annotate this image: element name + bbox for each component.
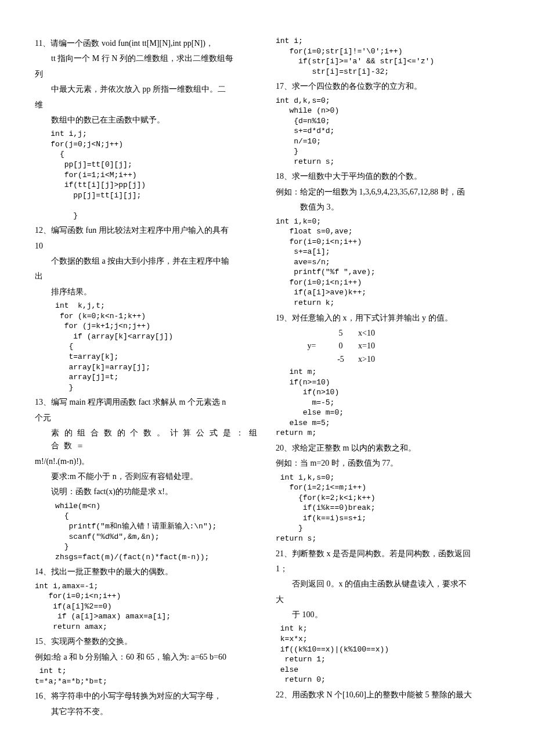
formula-cond-1: x<10 (358, 327, 405, 340)
right-column: int i; for(i=0;str[i]!='\0';i++) if(str[… (276, 35, 499, 721)
q20-code: int i,k,s=0; for(i=2;i<=m;i++) {for(k=2;… (276, 473, 499, 544)
q16-code: int i; for(i=0;str[i]!='\0';i++) if(str[… (276, 36, 499, 77)
formula-val-3: -5 (323, 353, 358, 366)
q15-line1: 15、实现两个整数的交换。 (35, 635, 258, 648)
q12-line3: 个数据的数组 a 按由大到小排序，并在主程序中输 (35, 255, 258, 268)
left-column: 11、请编一个函数 void fun(int tt[M][N],int pp[N… (35, 35, 258, 721)
q11-code: int i,j; for(j=0;j<N;j++) { pp[j]=tt[0][… (35, 129, 258, 221)
q11-line6: 数组中的数已在主函数中赋予。 (35, 114, 258, 127)
q19-line1: 19、对任意输入的 x，用下式计算并输出 y 的值。 (276, 312, 499, 325)
q20-line1: 20、求给定正整数 m 以内的素数之和。 (276, 442, 499, 455)
formula-val-1: 5 (323, 327, 358, 340)
q19-formula: 5 x<10 y= 0 x=10 -5 x>10 (276, 327, 499, 366)
q15-line2: 例如:给 a 和 b 分别输入：60 和 65，输入为: a=65 b=60 (35, 651, 258, 664)
q16-line2: 其它字符不变。 (35, 705, 258, 718)
formula-cond-2: x=10 (358, 340, 405, 352)
q21-line1: 21、判断整数 x 是否是同构数。若是同构数，函数返回 (276, 548, 499, 560)
q13-line4: m!/(n!.(m-n)!)。 (35, 455, 258, 468)
q18-code: int i,k=0; float s=0,ave; for(i=0;i<n;i+… (276, 217, 499, 308)
q11-line5: 维 (35, 99, 258, 111)
q13-line6: 说明：函数 fact(x)的功能是求 x!。 (35, 485, 258, 498)
q22-line1: 22、用函数求 N 个[10,60]上的整数中能被 5 整除的最大 (276, 689, 499, 701)
q12-line2: 10 (35, 240, 258, 253)
q17-line1: 17、求一个四位数的各位数字的立方和。 (276, 80, 499, 93)
q13-line2: 个元 (35, 412, 258, 424)
q13-line3: 素 的 组 合 数 的 个 数 。 计 算 公 式 是 ： 组 合 数 ＝ (35, 427, 258, 453)
q12-code: int k,j,t; for (k=0;k<n-1;k++) for (j=k+… (35, 301, 258, 393)
q12-line1: 12、编写函数 fun 用比较法对主程序中用户输入的具有 (35, 224, 258, 237)
q16-line1: 16、将字符串中的小写字母转换为对应的大写字母， (35, 690, 258, 703)
formula-y-label: y= (300, 340, 323, 352)
q14-line1: 14、找出一批正整数中的最大的偶数。 (35, 566, 258, 578)
formula-val-2: 0 (323, 340, 358, 352)
q21-line4: 大 (276, 593, 499, 606)
q20-line2: 例如：当 m=20 时，函数值为 77。 (276, 457, 499, 470)
q11-line3: 列 (35, 68, 258, 81)
q18-line3: 数值为 3。 (276, 201, 499, 214)
q21-code: int k; k=x*x; if((k%10==x)|(k%100==x)) r… (276, 624, 499, 685)
q15-code: int t; t=*a;*a=*b;*b=t; (35, 666, 258, 686)
q18-line2: 例如：给定的一组数为 1,3,6,9,4,23,35,67,12,88 时，函 (276, 186, 499, 199)
q11-line2: tt 指向一个 M 行 N 列的二维数组，求出二维数组每 (35, 52, 258, 65)
q21-line2: 1； (276, 563, 499, 575)
q13-line5: 要求:m 不能小于 n，否则应有容错处理。 (35, 470, 258, 483)
two-column-layout: 11、请编一个函数 void fun(int tt[M][N],int pp[N… (35, 35, 499, 721)
q12-line4: 出 (35, 270, 258, 283)
formula-cond-3: x>10 (358, 353, 405, 366)
q11-line4: 中最大元素，并依次放入 pp 所指一维数组中。二 (35, 83, 258, 96)
q11-line1: 11、请编一个函数 void fun(int tt[M][N],int pp[N… (35, 37, 258, 50)
q19-code: int m; if(n>=10) if(n>10) m=-5; else m=0… (276, 367, 499, 438)
q12-line5: 排序结果。 (35, 286, 258, 298)
q18-line1: 18、求一组数中大于平均值的数的个数。 (276, 170, 499, 183)
q14-code: int i,amax=-1; for(i=0;i<n;i++) if(a[i]%… (35, 581, 258, 632)
q17-code: int d,k,s=0; while (n>0) {d=n%10; s+=d*d… (276, 96, 499, 167)
q13-code: while(m<n) { printf("m和n输入错！请重新输入:\n"); … (35, 501, 258, 562)
q21-line3: 否则返回 0。x 的值由主函数从键盘读入，要求不 (276, 578, 499, 591)
q21-line5: 于 100。 (276, 609, 499, 621)
q13-line1: 13、编写 main 程序调用函数 fact 求解从 m 个元素选 n (35, 396, 258, 409)
